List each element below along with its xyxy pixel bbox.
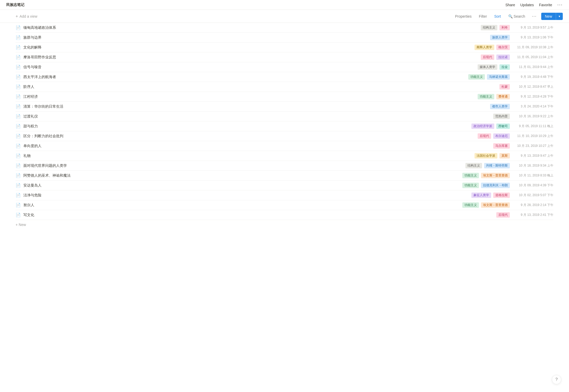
list-item[interactable]: 📄甜与权力政治经济学派西敏司9 月 05, 2019 11:11 晚上	[16, 121, 553, 131]
list-item[interactable]: 📄礼物法国社会学派莫斯9 月 13, 2019 9:47 上午	[16, 151, 553, 161]
list-item[interactable]: 📄缅甸高地诸政治体系结构主义利奇9 月 13, 2019 9:57 上午	[16, 23, 553, 33]
row-right: 结构主义列维 - 斯特劳斯10 月 18, 2019 9:34 上午	[465, 163, 553, 168]
doc-icon: 📄	[16, 143, 21, 148]
row-right: 政治经济学派西敏司9 月 05, 2019 11:11 晚上	[471, 123, 553, 129]
tag: 功能主义	[462, 183, 479, 188]
list-item[interactable]: 📄摩洛哥田野作业反思后现代拉比诺11 月 05, 2019 11:04 上午	[16, 52, 553, 62]
row-right: 后现代拉比诺11 月 05, 2019 11:04 上午	[481, 54, 553, 60]
row-date: 3 月 24, 2020 4:14 下午	[512, 104, 553, 109]
row-left: 📄单向度的人	[16, 143, 493, 148]
list-item[interactable]: 📄西太平洋上的航海者功能主义马林诺夫斯基9 月 19, 2019 4:48 下午	[16, 72, 553, 82]
tag: 政治经济学派	[471, 123, 494, 129]
search-button[interactable]: 🔍 Search	[506, 13, 527, 19]
search-label: Search	[514, 14, 525, 18]
rows-container: 📄缅甸高地诸政治体系结构主义利奇9 月 13, 2019 9:57 上午📄族群与…	[16, 23, 553, 220]
row-date: 9 月 13, 2019 9:57 上午	[512, 25, 553, 30]
share-button[interactable]: Share	[505, 3, 515, 7]
new-button[interactable]: New ▾	[541, 13, 563, 20]
row-title: 信号与噪音	[23, 65, 42, 70]
row-title: 写文化	[23, 213, 34, 217]
filter-button[interactable]: Filter	[477, 13, 489, 19]
list-item[interactable]: 📄面对现代世界问题的人类学结构主义列维 - 斯特劳斯10 月 18, 2019 …	[16, 161, 553, 171]
tag: 马林诺夫斯基	[487, 74, 510, 80]
search-icon: 🔍	[508, 14, 513, 18]
sort-button[interactable]: Sort	[492, 13, 503, 19]
tag: 象征人类学	[471, 192, 491, 198]
list-item[interactable]: 📄洁净与危险象征人类学道格拉斯10 月 02, 2019 5:07 下午	[16, 190, 553, 200]
doc-icon: 📄	[16, 74, 21, 79]
row-left: 📄礼物	[16, 153, 475, 158]
row-left: 📄族群与边界	[16, 35, 490, 40]
row-date: 11 月 09, 2019 10:38 上午	[512, 45, 553, 50]
row-date: 9 月 19, 2019 4:48 下午	[512, 75, 553, 79]
list-item[interactable]: 📄安达曼岛人功能主义拉德克利夫 - 布朗10 月 09, 2019 4:39 下…	[16, 181, 553, 190]
row-title: 过渡礼仪	[23, 114, 38, 119]
doc-icon: 📄	[16, 55, 21, 60]
top-bar: 民族志笔记 Share Updates Favorite ···	[0, 0, 569, 10]
row-right: 族群人类学9 月 13, 2019 1:06 下午	[490, 35, 553, 40]
row-left: 📄阶序人	[16, 84, 499, 89]
tag: 范热内普	[493, 114, 510, 119]
more-button[interactable]: ···	[557, 2, 563, 8]
favorite-button[interactable]: Favorite	[539, 3, 552, 7]
doc-icon: 📄	[16, 173, 21, 178]
add-view-label: Add a view	[19, 14, 37, 18]
updates-button[interactable]: Updates	[520, 3, 534, 7]
toolbar: + Add a view Properties Filter Sort 🔍 Se…	[0, 10, 569, 23]
doc-icon: 📄	[16, 35, 21, 40]
row-right: 都市人类学3 月 24, 2020 4:14 下午	[490, 104, 553, 109]
list-item[interactable]: 📄信号与噪音媒体人类学拉金11 月 01, 2019 9:44 上午	[16, 62, 553, 72]
doc-icon: 📄	[16, 183, 21, 188]
list-item[interactable]: 📄写文化后现代9 月 13, 2019 2:41 下午	[16, 210, 553, 220]
row-title: 洁净与危险	[23, 193, 42, 198]
properties-button[interactable]: Properties	[453, 13, 474, 19]
row-right: 马尔库塞10 月 23, 2019 10:27 上午	[493, 143, 553, 149]
tag: 费孝通	[496, 94, 510, 99]
doc-icon: 📄	[16, 114, 21, 119]
row-date: 10 月 09, 2019 4:39 下午	[512, 183, 553, 188]
new-btn-caret[interactable]: ▾	[556, 13, 563, 20]
tag: 莫斯	[499, 153, 510, 159]
doc-icon: 📄	[16, 163, 21, 168]
list-item[interactable]: 📄阶序人杜蒙10 月 12, 2019 8:47 早上	[16, 82, 553, 92]
row-title: 阶序人	[23, 85, 34, 89]
row-right: 阐释人类学格尔茨11 月 09, 2019 10:38 上午	[475, 45, 553, 50]
add-new-label: + New	[16, 223, 26, 227]
list-item[interactable]: 📄区分：判断力的社会批判后现代布尔迪厄11 月 10, 2019 10:29 上…	[16, 131, 553, 141]
row-date: 11 月 01, 2019 9:44 上午	[512, 65, 553, 69]
list-item[interactable]: 📄努尔人功能主义埃文斯 - 普里查德9 月 28, 2019 2:14 下午	[16, 200, 553, 210]
list-item[interactable]: 📄清算：华尔街的日常生活都市人类学3 月 24, 2020 4:14 下午	[16, 102, 553, 112]
row-left: 📄甜与权力	[16, 124, 471, 129]
row-date: 11 月 10, 2019 10:29 上午	[512, 134, 553, 138]
row-date: 9 月 13, 2019 9:47 上午	[512, 154, 553, 158]
row-date: 10 月 02, 2019 5:07 下午	[512, 193, 553, 197]
list-item[interactable]: 📄单向度的人马尔库塞10 月 23, 2019 10:27 上午	[16, 141, 553, 151]
doc-icon: 📄	[16, 212, 21, 217]
row-title: 西太平洋上的航海者	[23, 75, 56, 79]
row-right: 法国社会学派莫斯9 月 13, 2019 9:47 上午	[475, 153, 553, 159]
row-left: 📄文化的解释	[16, 45, 475, 50]
tag: 杜蒙	[499, 84, 510, 90]
list-item[interactable]: 📄族群与边界族群人类学9 月 13, 2019 1:06 下午	[16, 33, 553, 43]
row-title: 阿赞德人的巫术、神谕和魔法	[23, 173, 71, 178]
row-date: 9 月 13, 2019 1:06 下午	[512, 35, 553, 40]
plus-icon: +	[16, 14, 18, 19]
row-title: 江村经济	[23, 94, 38, 99]
doc-icon: 📄	[16, 45, 21, 50]
row-date: 10 月 18, 2019 9:34 上午	[512, 163, 553, 168]
list-item[interactable]: 📄阿赞德人的巫术、神谕和魔法功能主义埃文斯 - 普里查德10 月 11, 201…	[16, 171, 553, 181]
tag: 族群人类学	[490, 35, 510, 40]
add-view-button[interactable]: + Add a view	[16, 14, 37, 19]
tag: 马尔库塞	[493, 143, 510, 149]
list-item[interactable]: 📄过渡礼仪范热内普10 月 16, 2019 9:22 上午	[16, 112, 553, 121]
row-left: 📄江村经济	[16, 94, 478, 99]
list-item[interactable]: 📄江村经济功能主义费孝通9 月 12, 2019 4:28 下午	[16, 92, 553, 102]
add-new-row[interactable]: + New	[16, 220, 553, 229]
row-title: 礼物	[23, 154, 31, 158]
list-item[interactable]: 📄文化的解释阐释人类学格尔茨11 月 09, 2019 10:38 上午	[16, 43, 553, 52]
doc-icon: 📄	[16, 193, 21, 198]
tag: 功能主义	[462, 202, 479, 208]
row-right: 功能主义埃文斯 - 普里查德9 月 28, 2019 2:14 下午	[462, 202, 553, 208]
toolbar-more-button[interactable]: ···	[530, 12, 538, 20]
tag: 功能主义	[468, 74, 485, 80]
